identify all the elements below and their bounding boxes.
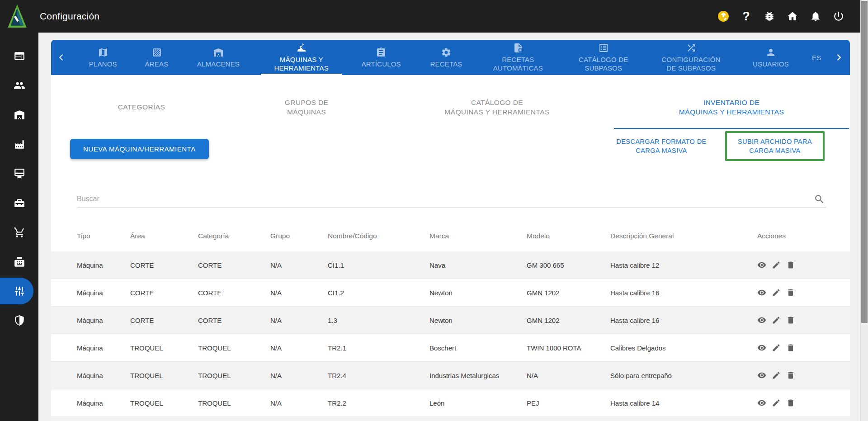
edit-button[interactable] — [772, 371, 781, 380]
new-machine-button[interactable]: NUEVA MÁQUINA/HERRAMIENTA — [70, 139, 209, 159]
delete-button[interactable] — [786, 343, 795, 352]
language-globe-icon[interactable] — [717, 10, 729, 23]
sidebar-item-settings[interactable] — [0, 276, 38, 306]
sidebar-item-toolbox[interactable] — [0, 188, 38, 218]
cell-marca: Nava — [429, 261, 527, 269]
view-button[interactable] — [757, 260, 766, 270]
table-row: Máquina CORTE CORTE N/A 1.3 Newton GMN 1… — [51, 307, 850, 334]
tab-almacenes[interactable]: ALMACENES — [179, 40, 258, 75]
edit-button[interactable] — [772, 343, 781, 352]
cell-area: CORTE — [130, 261, 198, 269]
tab-recetas-automaticas[interactable]: RECETAS AUTOMÁTICAS — [475, 40, 561, 75]
cell-marca: Newton — [429, 317, 527, 324]
view-button[interactable] — [757, 398, 766, 407]
vertical-scrollbar[interactable] — [860, 0, 868, 421]
cell-tipo: Máquina — [77, 289, 130, 297]
subtabs: CATEGORÍAS GRUPOS DE MÁQUINAS CATÁLOGO D… — [51, 75, 850, 129]
file-gear-icon — [513, 43, 524, 53]
search-bar — [77, 189, 826, 208]
app-logo[interactable] — [7, 4, 27, 29]
subtab-grupos-de-maquinas[interactable]: GRUPOS DE MÁQUINAS — [232, 75, 381, 129]
delete-button[interactable] — [786, 398, 795, 407]
edit-button[interactable] — [772, 260, 781, 270]
sidebar-item-register[interactable] — [0, 247, 38, 276]
subtab-catalogo-maquinas[interactable]: CATÁLOGO DE MÁQUINAS Y HERRAMIENTAS — [381, 75, 613, 129]
sidebar-item-certificate[interactable] — [0, 159, 38, 188]
tabs-scroll-right-button[interactable] — [828, 40, 850, 75]
bug-report-icon[interactable] — [763, 10, 775, 23]
trash-icon — [786, 343, 795, 352]
module-tabbar: PLANOS ÁREAS ALMACENES MÁQUINAS Y HERRAM… — [51, 40, 850, 75]
subtab-categorias[interactable]: CATEGORÍAS — [51, 75, 232, 129]
header-nombre-codigo: Nombre/Código — [328, 232, 429, 240]
header-descripcion: Descripción General — [610, 232, 757, 240]
view-button[interactable] — [757, 371, 766, 380]
page-title: Configuración — [40, 11, 99, 22]
cell-marca: Industrias Metalurgicas — [429, 372, 527, 379]
sidebar-item-factory[interactable] — [0, 129, 38, 159]
cell-area: TROQUEL — [130, 344, 198, 352]
bulk-upload-highlight-box: SUBIR ARCHIDO PARA CARGA MASIVA — [725, 131, 825, 161]
trash-icon — [786, 398, 795, 407]
tab-maquinas-herramientas[interactable]: MÁQUINAS Y HERRAMIENTAS — [258, 40, 344, 75]
tab-areas[interactable]: ÁREAS — [135, 40, 178, 75]
edit-button[interactable] — [772, 288, 781, 297]
download-bulk-format-link[interactable]: DESCARGAR FORMATO DE CARGA MASIVA — [596, 137, 727, 155]
sidebar-item-warehouse[interactable] — [0, 100, 38, 129]
trash-icon — [786, 260, 795, 270]
tab-planos[interactable]: PLANOS — [71, 40, 135, 75]
sidebar-item-cart[interactable] — [0, 218, 38, 247]
cell-modelo: PEJ — [527, 399, 610, 407]
upload-bulk-file-link[interactable]: SUBIR ARCHIDO PARA CARGA MASIVA — [738, 137, 812, 155]
sidebar-item-users[interactable] — [0, 71, 38, 100]
gear-icon — [441, 47, 452, 58]
certificate-icon — [14, 168, 25, 180]
clipboard-icon — [376, 47, 387, 58]
search-input[interactable] — [77, 195, 810, 208]
cell-nombre-codigo: CI1.1 — [328, 261, 429, 269]
delete-button[interactable] — [786, 288, 795, 297]
scrollbar-thumb[interactable] — [861, 1, 868, 323]
cell-grupo: N/A — [270, 317, 328, 324]
view-button[interactable] — [757, 288, 766, 297]
cell-descripcion: Calibres Delgados — [610, 344, 757, 352]
help-icon[interactable]: ? — [740, 10, 752, 23]
tab-configuracion-subpasos[interactable]: CONFIGURACIÓN DE SUBPASOS — [646, 40, 736, 75]
cell-area: CORTE — [130, 317, 198, 324]
search-icon[interactable] — [814, 194, 825, 205]
view-button[interactable] — [757, 343, 766, 352]
cell-tipo: Máquina — [77, 317, 130, 324]
cell-modelo: TWIN 1000 ROTA — [527, 344, 610, 352]
subtab-inventario-maquinas[interactable]: INVENTARIO DE MÁQUINAS Y HERRAMIENTAS — [613, 75, 850, 129]
tab-estaciones-truncated[interactable]: ES — [805, 40, 828, 75]
pencil-icon — [772, 260, 781, 270]
delete-button[interactable] — [786, 371, 795, 380]
sidebar-item-security[interactable] — [0, 306, 38, 335]
notifications-bell-icon[interactable] — [809, 10, 821, 23]
tab-catalogo-subpasos[interactable]: CATÁLOGO DE SUBPASOS — [561, 40, 646, 75]
factory-icon — [14, 138, 25, 150]
sidebar — [0, 33, 38, 421]
power-icon[interactable] — [832, 10, 844, 23]
tab-recetas[interactable]: RECETAS — [418, 40, 475, 75]
cell-descripcion: Sólo para entrepaño — [610, 372, 757, 379]
table-row: Máquina TROQUEL TROQUEL N/A TR2.2 León P… — [51, 389, 850, 417]
sidebar-item-dashboard[interactable] — [0, 41, 38, 71]
delete-button[interactable] — [786, 260, 795, 270]
pencil-icon — [772, 398, 781, 407]
edit-button[interactable] — [772, 316, 781, 325]
table-body: Máquina CORTE CORTE N/A CI1.1 Nava GM 30… — [51, 251, 850, 417]
area-grid-icon — [151, 47, 162, 58]
trash-icon — [786, 371, 795, 380]
trash-icon — [786, 288, 795, 297]
shopping-cart-icon — [14, 227, 25, 238]
cell-nombre-codigo: CI1.2 — [328, 289, 429, 297]
delete-button[interactable] — [786, 316, 795, 325]
tab-usuarios[interactable]: USUARIOS — [736, 40, 805, 75]
edit-button[interactable] — [772, 398, 781, 407]
tab-articulos[interactable]: ARTÍCULOS — [344, 40, 417, 75]
view-button[interactable] — [757, 316, 766, 325]
tabs-scroll-left-button[interactable] — [51, 40, 71, 75]
home-icon[interactable] — [786, 10, 798, 23]
cell-grupo: N/A — [270, 289, 328, 297]
